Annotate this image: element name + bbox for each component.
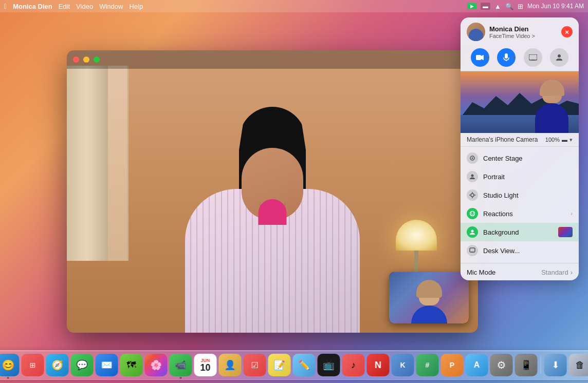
preview-person: [532, 82, 571, 133]
menu-item-portrait[interactable]: Portrait: [461, 167, 579, 186]
svg-point-18: [471, 230, 474, 233]
music-icon: ♪: [351, 360, 356, 371]
mic-control-group: ▾: [497, 48, 516, 67]
trash-icon: 🗑: [576, 360, 585, 371]
settings-icon: ⚙: [497, 359, 506, 371]
dock-numbers[interactable]: #: [416, 354, 439, 376]
close-button[interactable]: [73, 56, 79, 63]
menu-item-background[interactable]: Background: [461, 223, 579, 241]
menu-item-studio-light[interactable]: Studio Light: [461, 186, 579, 204]
svg-point-16: [471, 213, 472, 214]
person-collar: [259, 199, 287, 225]
dock-settings[interactable]: ⚙: [490, 354, 513, 376]
avatar-body: [469, 29, 483, 41]
mic-mode-current: Standard: [541, 269, 568, 276]
contact-info: Monica Dien FaceTime Video >: [489, 25, 557, 39]
studio-light-label: Studio Light: [483, 192, 573, 199]
dock-calendar[interactable]: JUN 10: [194, 354, 217, 376]
dock-appstore[interactable]: A: [466, 354, 488, 376]
desk-view-icon: [467, 245, 478, 256]
dock-music[interactable]: ♪: [342, 354, 365, 376]
desk-view-label: Desk View...: [483, 247, 573, 255]
dock-launchpad[interactable]: ⊞: [22, 354, 44, 376]
contact-avatar: [467, 23, 485, 41]
camera-label: Marlena's iPhone Camera: [467, 136, 538, 143]
menu-divider: [461, 263, 579, 263]
menu-edit[interactable]: Edit: [59, 3, 70, 10]
dock-keynote[interactable]: K: [392, 354, 414, 376]
person-button[interactable]: [550, 48, 568, 67]
svg-rect-0: [476, 55, 481, 60]
svg-point-6: [558, 54, 561, 58]
dock-messages[interactable]: 💬: [71, 354, 94, 376]
facetime-window: [67, 50, 478, 333]
dock-reminders[interactable]: ☑: [244, 354, 266, 376]
app-name[interactable]: Monica Dien: [13, 3, 52, 10]
panel-close-button[interactable]: ×: [561, 26, 573, 37]
downloads-icon: ⬇: [552, 359, 559, 371]
pages-icon: P: [450, 361, 454, 369]
menu-item-center-stage[interactable]: Center Stage: [461, 149, 579, 167]
dock-photos[interactable]: 🌸: [145, 354, 168, 376]
menu-help[interactable]: Help: [129, 3, 143, 10]
dock-appletv[interactable]: 📺: [318, 354, 340, 376]
dock-maps[interactable]: 🗺: [120, 354, 143, 376]
center-stage-icon: [467, 152, 478, 164]
svg-point-15: [470, 212, 475, 216]
battery-row: 100% ▬ ▾: [545, 137, 573, 143]
messages-icon: 💬: [77, 359, 88, 371]
mic-mode-row[interactable]: Mic Mode Standard ›: [461, 264, 579, 280]
dock-mail[interactable]: ✉️: [96, 354, 118, 376]
facetime-indicator: ▶: [467, 3, 476, 9]
pip-person-head: [419, 282, 439, 305]
video-chevron[interactable]: ▾: [486, 54, 489, 61]
reactions-icon: [467, 208, 478, 219]
dock-facetime[interactable]: 📹: [170, 354, 192, 376]
dock-freeform[interactable]: ✏️: [293, 354, 316, 376]
numbers-icon: #: [426, 361, 430, 369]
dock-safari[interactable]: 🧭: [46, 354, 69, 376]
dock-pages[interactable]: P: [441, 354, 464, 376]
control-center-icon[interactable]: ⊞: [518, 3, 523, 10]
pip-person-body: [411, 305, 447, 323]
pip-video[interactable]: [389, 272, 469, 323]
mic-chevron[interactable]: ▾: [512, 54, 516, 61]
appstore-icon: A: [474, 360, 480, 370]
menu-item-desk-view[interactable]: Desk View...: [461, 241, 579, 260]
svg-point-9: [471, 175, 474, 177]
background-label: Background: [483, 228, 553, 236]
safari-icon: 🧭: [52, 359, 63, 371]
contact-subtitle: FaceTime Video >: [489, 33, 557, 39]
svg-rect-19: [470, 248, 475, 252]
camera-preview: [461, 71, 579, 133]
maximize-button[interactable]: [94, 56, 100, 63]
menubar-left:  Monica Dien Edit Video Window Help: [4, 2, 143, 10]
svg-point-17: [473, 213, 474, 214]
apple-menu[interactable]: : [4, 2, 7, 10]
menu-window[interactable]: Window: [99, 3, 123, 10]
menubar-right: ▶ ▬ ▲ 🔍 ⊞ Mon Jun 10 9:41 AM: [467, 3, 584, 10]
menu-video[interactable]: Video: [76, 3, 93, 10]
battery-icon: ▬: [562, 137, 567, 143]
dock-contacts[interactable]: 👤: [219, 354, 242, 376]
mic-mode-chevron: ›: [571, 269, 573, 276]
dock-trash[interactable]: 🗑: [569, 354, 589, 376]
menu-item-reactions[interactable]: Reactions ›: [461, 204, 579, 223]
expand-icon[interactable]: ▾: [569, 137, 573, 143]
calendar-day: 10: [200, 363, 210, 372]
reactions-chevron: ›: [571, 210, 573, 217]
minimize-button[interactable]: [83, 56, 89, 63]
dock-downloads[interactable]: ⬇: [544, 354, 567, 376]
news-icon: N: [375, 360, 381, 371]
appletv-icon: 📺: [323, 359, 335, 371]
search-icon[interactable]: 🔍: [505, 3, 513, 10]
keynote-icon: K: [400, 361, 405, 369]
preview-head: [542, 82, 562, 103]
dock-finder[interactable]: 😊: [0, 354, 20, 376]
screen-share-button[interactable]: [524, 48, 542, 67]
lamp-shade: [396, 220, 437, 251]
control-row: ▾ ▾: [461, 46, 579, 71]
dock-iphone[interactable]: 📱: [515, 354, 538, 376]
dock-notes[interactable]: 📝: [268, 354, 291, 376]
dock-news[interactable]: N: [367, 354, 390, 376]
